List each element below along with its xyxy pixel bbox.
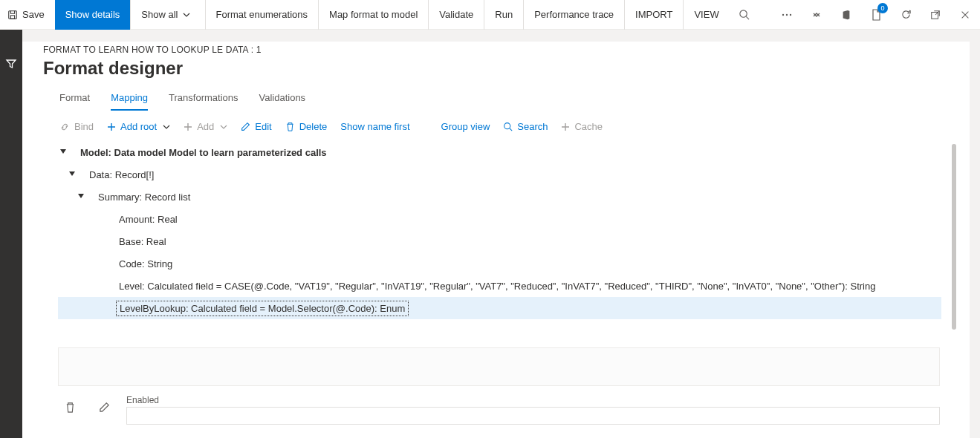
svg-point-3 bbox=[782, 13, 784, 15]
tabs: Format Mapping Transformations Validatio… bbox=[43, 92, 970, 111]
performance-trace-button[interactable]: Performance trace bbox=[524, 0, 625, 30]
messages-button[interactable]: 0 bbox=[861, 0, 891, 30]
plus-icon bbox=[561, 122, 570, 131]
trash-icon bbox=[285, 122, 295, 131]
show-all-button[interactable]: Show all bbox=[131, 0, 205, 30]
filter-icon bbox=[5, 58, 17, 70]
filter-rail-button[interactable] bbox=[5, 58, 17, 72]
delete-button[interactable]: Delete bbox=[285, 121, 328, 132]
cache-label: Cache bbox=[574, 121, 603, 132]
tree-node-amount[interactable]: Amount: Real bbox=[58, 208, 941, 230]
breadcrumb: FORMAT TO LEARN HOW TO LOOKUP LE DATA : … bbox=[43, 45, 970, 55]
group-view-button[interactable]: Group view bbox=[441, 121, 490, 132]
collapse-icon[interactable] bbox=[67, 171, 77, 178]
tree-node-levelbylookup[interactable]: LevelByLookup: Calculated field = Model.… bbox=[58, 297, 941, 319]
tree-node-label: Model: Data model Model to learn paramet… bbox=[80, 147, 327, 158]
search-label: Search bbox=[517, 121, 548, 132]
shell: FORMAT TO LEARN HOW TO LOOKUP LE DATA : … bbox=[0, 30, 980, 438]
map-format-to-model-button[interactable]: Map format to model bbox=[319, 0, 429, 30]
view-button[interactable]: VIEW bbox=[684, 0, 729, 30]
save-icon bbox=[7, 10, 18, 20]
collapse-icon[interactable] bbox=[58, 148, 68, 156]
tree-node-level[interactable]: Level: Calculated field = CASE(@.Code, "… bbox=[58, 275, 941, 297]
messages-badge: 0 bbox=[877, 3, 888, 13]
validate-label: Validate bbox=[439, 9, 473, 20]
perf-label: Performance trace bbox=[534, 9, 614, 20]
data-source-tree: Model: Data model Model to learn paramet… bbox=[43, 140, 941, 319]
add-root-label: Add root bbox=[120, 121, 157, 132]
canvas: FORMAT TO LEARN HOW TO LOOKUP LE DATA : … bbox=[22, 42, 970, 438]
chevron-down-icon bbox=[183, 11, 190, 19]
chevron-down-icon bbox=[220, 123, 227, 131]
svg-rect-0 bbox=[9, 10, 17, 19]
details-panel bbox=[58, 347, 940, 386]
svg-point-7 bbox=[504, 123, 510, 129]
tree-scrollbar[interactable] bbox=[952, 144, 956, 303]
collapse-icon[interactable] bbox=[76, 193, 86, 200]
bind-icon bbox=[59, 122, 70, 132]
tree-node-model[interactable]: Model: Data model Model to learn paramet… bbox=[58, 141, 941, 163]
edit-row-button[interactable] bbox=[92, 395, 116, 419]
run-button[interactable]: Run bbox=[484, 0, 524, 30]
trash-icon bbox=[65, 402, 76, 413]
refresh-button[interactable] bbox=[891, 0, 921, 30]
tree-node-data[interactable]: Data: Record[!] bbox=[58, 163, 941, 186]
tab-transformations[interactable]: Transformations bbox=[169, 92, 238, 111]
svg-point-5 bbox=[790, 13, 791, 15]
popout-button[interactable] bbox=[921, 0, 950, 30]
view-label: VIEW bbox=[694, 9, 718, 20]
format-enum-label: Format enumerations bbox=[216, 9, 308, 20]
more-button[interactable] bbox=[772, 0, 802, 30]
enabled-label: Enabled bbox=[126, 395, 940, 405]
office-icon bbox=[841, 10, 851, 20]
import-label: IMPORT bbox=[635, 9, 672, 20]
left-rail bbox=[0, 30, 22, 438]
svg-rect-1 bbox=[10, 15, 14, 18]
plus-icon bbox=[184, 122, 192, 131]
show-details-button[interactable]: Show details bbox=[55, 0, 132, 30]
save-button[interactable]: Save bbox=[0, 0, 55, 30]
tree-node-label: Amount: Real bbox=[119, 214, 178, 225]
tab-mapping[interactable]: Mapping bbox=[111, 92, 148, 111]
edit-icon bbox=[99, 402, 110, 413]
edit-button[interactable]: Edit bbox=[241, 121, 271, 132]
tree-node-label: LevelByLookup: Calculated field = Model.… bbox=[120, 303, 405, 314]
format-enumerations-button[interactable]: Format enumerations bbox=[206, 0, 319, 30]
search-toolbar-button[interactable] bbox=[730, 0, 759, 30]
svg-point-4 bbox=[786, 13, 788, 15]
search-button[interactable]: Search bbox=[503, 121, 548, 132]
delete-row-button[interactable] bbox=[58, 395, 82, 419]
office-button[interactable] bbox=[831, 0, 861, 30]
validate-button[interactable]: Validate bbox=[429, 0, 484, 30]
show-all-label: Show all bbox=[141, 9, 178, 20]
tree-node-summary[interactable]: Summary: Record list bbox=[58, 186, 941, 208]
close-button[interactable] bbox=[950, 0, 980, 30]
add-root-button[interactable]: Add root bbox=[107, 121, 170, 132]
command-bar: Save Show details Show all Format enumer… bbox=[0, 0, 980, 30]
toggle-icon bbox=[811, 9, 822, 21]
svg-point-2 bbox=[740, 10, 747, 17]
tree-node-label: Code: String bbox=[119, 258, 172, 269]
tab-validations[interactable]: Validations bbox=[259, 92, 305, 111]
tree-node-label: Level: Calculated field = CASE(@.Code, "… bbox=[119, 281, 875, 292]
enabled-input[interactable] bbox=[126, 407, 940, 425]
tree-node-code[interactable]: ⋮ Code: String bbox=[58, 252, 941, 275]
bind-label: Bind bbox=[74, 121, 94, 132]
import-button[interactable]: IMPORT bbox=[625, 0, 684, 30]
run-label: Run bbox=[495, 9, 513, 20]
show-name-first-button[interactable]: Show name first bbox=[340, 121, 409, 132]
edit-label: Edit bbox=[255, 121, 271, 132]
popout-icon bbox=[930, 10, 941, 20]
chevron-down-icon bbox=[163, 123, 170, 131]
scrollbar-thumb[interactable] bbox=[952, 144, 956, 330]
page-title: Format designer bbox=[43, 58, 970, 79]
delete-label: Delete bbox=[299, 121, 328, 132]
refresh-icon bbox=[901, 9, 912, 20]
add-button: Add bbox=[184, 121, 227, 132]
tab-format[interactable]: Format bbox=[59, 92, 90, 111]
tree-node-base[interactable]: Base: Real bbox=[58, 230, 941, 252]
attach-button[interactable] bbox=[802, 0, 831, 30]
cache-button: Cache bbox=[561, 121, 603, 132]
search-icon bbox=[503, 122, 513, 131]
save-label: Save bbox=[22, 9, 45, 20]
